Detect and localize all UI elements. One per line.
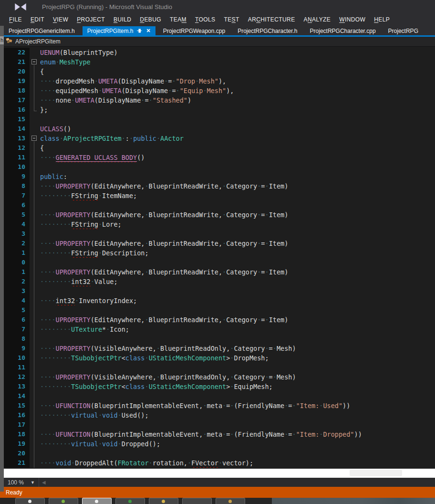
code-line[interactable]: 11 [4,363,435,372]
taskbar-button-3[interactable] [82,498,112,504]
scroll-left-arrow-icon[interactable]: ◀ [39,480,49,485]
code-line[interactable]: 8····UPROPERTY(EditAnywhere,·BlueprintRe… [4,181,435,191]
fold-margin [30,220,39,229]
code-line[interactable]: 9····UPROPERTY(VisibleAnywhere,·Blueprin… [4,344,435,353]
code-line[interactable]: 21enum·MeshType [4,57,435,67]
code-line[interactable]: 18····UFUNCTION(BlueprintImplementableEv… [4,430,435,439]
tab-projectrpg[interactable]: ProjectRPG [383,26,423,35]
menu-item-tools[interactable]: TOOLS [191,14,219,25]
fold-margin [30,353,39,363]
line-number: 11 [4,153,30,162]
tab-label: ProjectRPGCharacter.h [238,28,297,34]
menu-item-analyze[interactable]: ANALYZE [300,14,335,25]
code-text: ········virtual·void·Dropped(); [39,439,435,449]
code-line[interactable]: 4····int32·InventoryIndex; [4,296,435,305]
code-line[interactable]: 22UENUM(BlueprintType) [4,48,435,57]
code-line[interactable]: 16········virtual·void·Used(); [4,410,435,420]
dropdown-caret-icon[interactable]: ▼ [31,480,35,485]
code-line[interactable]: 11····GENERATED_UCLASS_BODY() [4,153,435,162]
code-text [39,363,435,372]
code-line[interactable]: 19····dropedMesh·UMETA(DisplayName·=·"Dr… [4,76,435,86]
code-line[interactable]: 15 [4,115,435,124]
menu-item-view[interactable]: VIEW [49,14,72,25]
code-line[interactable]: 15····UFUNCTION(BlueprintImplementableEv… [4,401,435,410]
code-line[interactable]: 20{ [4,67,435,76]
taskbar-button-2[interactable] [49,498,78,504]
code-line[interactable]: 13class·AProjectRPGItem·:·public·AActor [4,134,435,143]
line-number: 19 [4,439,30,449]
code-line[interactable]: 7········FString·ItemName; [4,191,435,200]
taskbar-button-1[interactable] [15,498,45,504]
tab-projectrpgcharacter.cpp[interactable]: ProjectRPGCharacter.cpp [305,26,381,35]
code-line[interactable]: 2····UPROPERTY(EditAnywhere,·BlueprintRe… [4,239,435,248]
code-line[interactable]: 18····equipedMesh·UMETA(DisplayName·=·"E… [4,86,435,95]
menu-item-debug[interactable]: DEBUG [135,14,166,25]
tab-projectrpgcharacter.h[interactable]: ProjectRPGCharacter.h [233,26,302,35]
fold-margin [30,305,39,315]
menu-item-project[interactable]: PROJECT [72,14,109,25]
code-line[interactable]: 0 [4,258,435,267]
line-number: 0 [4,258,30,267]
taskbar-button-6[interactable] [182,498,212,504]
code-text: ········int32·Value; [39,277,435,286]
menu-item-help[interactable]: HELP [370,14,394,25]
zoom-dropdown[interactable]: 100 % ▼ [4,478,39,487]
code-line[interactable]: 10········TSubobjectPtr<class·UStaticMes… [4,353,435,363]
menu-item-file[interactable]: FILE [5,14,26,25]
code-line[interactable]: 17····none·UMETA(DisplayName·=·"Stashed"… [4,95,435,105]
menu-bar: FILEEDITVIEWPROJECTBUILDDEBUGTEAMTOOLSTE… [0,13,435,26]
code-line[interactable]: 1········FString·Description; [4,248,435,258]
code-text: }; [39,105,435,115]
code-line[interactable]: 12{ [4,143,435,153]
code-line[interactable]: 3 [4,229,435,239]
menu-item-edit[interactable]: EDIT [26,14,49,25]
code-line[interactable]: 14UCLASS() [4,124,435,134]
code-line[interactable]: 7········UTexture*·Icon; [4,325,435,334]
code-line[interactable]: 4········FString·Lore; [4,220,435,229]
scope-dropdown[interactable]: AProjectRPGItem [15,38,61,45]
code-line[interactable]: 6····UPROPERTY(EditAnywhere,·BlueprintRe… [4,315,435,325]
code-line[interactable]: 21····void·DroppedAlt(FRotator·rotation,… [4,458,435,468]
tab-projectrpgweapon.cpp[interactable]: ProjectRPGWeapon.cpp [158,26,230,35]
code-line[interactable]: 13········TSubobjectPtr<class·UStaticMes… [4,382,435,391]
menu-item-window[interactable]: WINDOW [335,14,370,25]
code-line[interactable]: 5····UPROPERTY(EditAnywhere,·BlueprintRe… [4,210,435,220]
line-number: 3 [4,286,30,296]
code-line[interactable]: 5 [4,305,435,315]
code-line[interactable]: 17 [4,420,435,430]
code-line[interactable]: 12····UPROPERTY(VisibleAnywhere,·Bluepri… [4,372,435,382]
close-icon[interactable]: ✕ [146,28,150,33]
tab-projectrpggenericitem.h[interactable]: ProjectRPGGenericItem.h [4,26,80,35]
menu-item-architecture[interactable]: ARCHITECTURE [244,14,300,25]
taskbar-app-icon [28,500,31,503]
code-line[interactable]: 20 [4,449,435,458]
code-line[interactable]: 3 [4,286,435,296]
code-line[interactable]: 6 [4,200,435,210]
code-editor[interactable]: 22UENUM(BlueprintType)21enum·MeshType20{… [4,47,435,469]
menu-item-team[interactable]: TEAM [166,14,191,25]
code-line[interactable]: 1····UPROPERTY(EditAnywhere,·BlueprintRe… [4,267,435,277]
collapse-minus-icon[interactable] [31,59,37,64]
fold-margin [30,239,39,248]
code-line[interactable]: 19········virtual·void·Dropped(); [4,439,435,449]
taskbar-button-4[interactable] [115,498,145,504]
code-line[interactable]: 16}; [4,105,435,115]
fold-margin [30,143,39,153]
code-line[interactable]: 9public: [4,172,435,181]
collapse-minus-icon[interactable] [31,136,37,141]
code-line[interactable]: 10 [4,162,435,172]
line-number: 13 [4,382,30,391]
code-line[interactable]: 14 [4,391,435,401]
code-line[interactable]: 8 [4,334,435,344]
taskbar-button-7[interactable] [216,498,245,504]
navigation-bar[interactable]: AProjectRPGItem [4,37,435,47]
menu-item-build[interactable]: BUILD [109,14,135,25]
tab-projectrpgitem.h[interactable]: ProjectRPGItem.h✕ [83,26,155,35]
code-line[interactable]: 2········int32·Value; [4,277,435,286]
code-text: ········virtual·void·Used(); [39,410,435,420]
pin-icon[interactable] [137,28,142,33]
menu-item-test[interactable]: TEST [219,14,243,25]
code-text: ····none·UMETA(DisplayName·=·"Stashed") [39,95,435,105]
taskbar-button-5[interactable] [149,498,178,504]
horizontal-scrollbar[interactable] [49,478,435,487]
